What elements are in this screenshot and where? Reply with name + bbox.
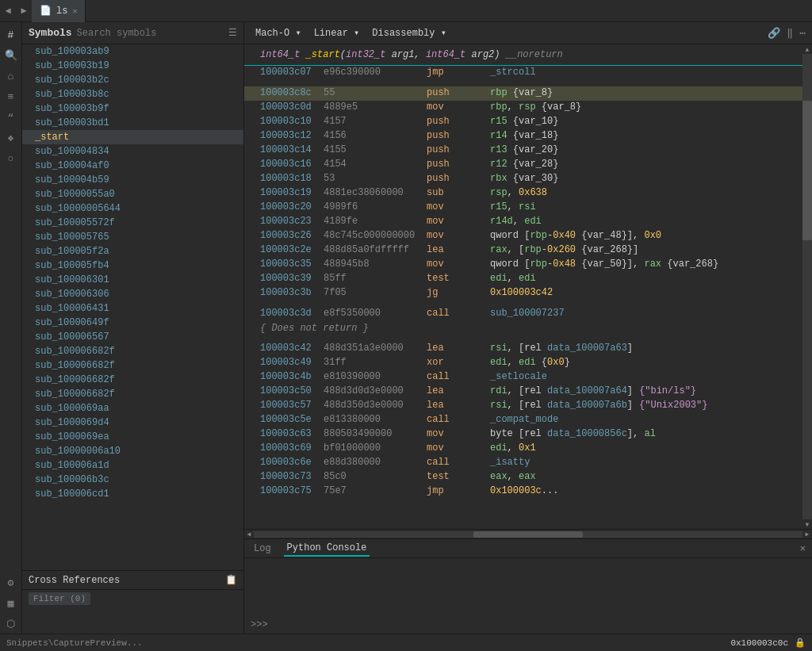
symbol-item[interactable]: sub_100006301 bbox=[22, 273, 243, 287]
symbol-item[interactable]: sub_1000069ea bbox=[22, 430, 243, 444]
asm-row[interactable]: 100003c6ee88d380000call_isatty bbox=[244, 456, 802, 470]
symbol-item[interactable]: sub_100006431 bbox=[22, 301, 243, 316]
symbol-item[interactable]: sub_100005765 bbox=[22, 230, 243, 244]
asm-row[interactable]: 100003c69bf01000000movedi, 0x1 bbox=[244, 442, 802, 456]
vertical-scrollbar[interactable]: ▲ ▼ bbox=[802, 44, 812, 529]
asm-bytes: 85ff bbox=[324, 273, 427, 285]
asm-row[interactable]: 100003c57488d350d3e0000learsi, [rel data… bbox=[244, 399, 802, 413]
asm-row[interactable]: 100003c7575e7jmp0x100003c... bbox=[244, 484, 802, 499]
sidebar-icon-nav[interactable]: ⌂ bbox=[2, 67, 21, 86]
symbol-item[interactable]: sub_100004834 bbox=[22, 144, 243, 159]
toolbar-macho-btn[interactable]: Mach-O ▾ bbox=[251, 25, 306, 40]
symbol-item[interactable]: sub_100006682f bbox=[22, 344, 243, 358]
toolbar-linear-btn[interactable]: Linear ▾ bbox=[309, 25, 365, 40]
asm-row[interactable]: 100003c8c55pushrbp {var_8} bbox=[244, 86, 802, 101]
asm-mnemonic: mov bbox=[427, 442, 490, 455]
asm-row[interactable]: 100003c204989f6movr15, rsi bbox=[244, 201, 802, 215]
scroll-thumb[interactable] bbox=[802, 101, 812, 240]
asm-row[interactable]: 100003c63880503490000movbyte [rel data_1… bbox=[244, 427, 802, 442]
symbol-item[interactable]: sub_100005572f bbox=[22, 216, 243, 230]
symbol-item[interactable]: sub_100004b59 bbox=[22, 173, 243, 187]
asm-row[interactable]: 100003c50488d3d0d3e0000leardi, [rel data… bbox=[244, 385, 802, 399]
horiz-scroll-thumb[interactable] bbox=[473, 531, 583, 538]
asm-row[interactable]: 100003c0d4889e5movrbp, rsp {var_8} bbox=[244, 101, 802, 115]
asm-row[interactable]: 100003c1853pushrbx {var_30} bbox=[244, 172, 802, 186]
asm-row[interactable]: 100003c42488d351a3e0000learsi, [rel data… bbox=[244, 342, 802, 356]
tab-nav-back[interactable]: ◀ bbox=[0, 0, 16, 22]
symbol-item[interactable]: sub_100003b9f bbox=[22, 101, 243, 116]
tab-nav-forward[interactable]: ▶ bbox=[16, 0, 32, 22]
toolbar-disassembly-btn[interactable]: Disassembly ▾ bbox=[367, 25, 451, 40]
symbol-item[interactable]: sub_10000005644 bbox=[22, 201, 243, 216]
symbol-item[interactable]: _start bbox=[22, 130, 243, 144]
asm-row[interactable]: 100003c7385c0testeax, eax bbox=[244, 470, 802, 484]
asm-row[interactable]: 100003c3de8f5350000callsub_100007237 bbox=[244, 307, 802, 321]
asm-row[interactable]: 100003c5ee813380000call_compat_mode bbox=[244, 413, 802, 427]
disasm-content[interactable]: int64_t _start(int32_t arg1, int64_t arg… bbox=[244, 44, 802, 529]
cross-ref-filter[interactable]: Filter (0) bbox=[29, 592, 90, 605]
scroll-left-btn[interactable]: ◀ bbox=[244, 530, 254, 539]
scroll-right-btn[interactable]: ▶ bbox=[802, 530, 812, 539]
symbol-item[interactable]: sub_10000055a0 bbox=[22, 187, 243, 201]
asm-row[interactable]: 100003c234189femovr14d, edi bbox=[244, 215, 802, 229]
symbol-item[interactable]: sub_100006cd1 bbox=[22, 487, 243, 501]
sidebar-icon-plugin[interactable]: ⬡ bbox=[2, 615, 21, 634]
asm-row[interactable]: 100003c4931ffxoredi, edi {0x0} bbox=[244, 356, 802, 370]
symbol-item[interactable]: sub_100006306 bbox=[22, 287, 243, 301]
symbol-item[interactable]: sub_100006682f bbox=[22, 358, 243, 373]
asm-row[interactable]: 100003c07e96c390000jmp_strcoll bbox=[244, 66, 802, 80]
horiz-scroll-track[interactable] bbox=[254, 531, 802, 538]
scroll-track[interactable] bbox=[802, 54, 812, 519]
symbol-item[interactable]: sub_100005fb4 bbox=[22, 258, 243, 273]
scroll-up-btn[interactable]: ▲ bbox=[802, 44, 812, 54]
symbol-item[interactable]: sub_1000069d4 bbox=[22, 415, 243, 430]
sidebar-icon-grid[interactable]: ▦ bbox=[2, 594, 21, 613]
symbol-item[interactable]: sub_100005f2a bbox=[22, 244, 243, 258]
symbol-item[interactable]: sub_10000006a10 bbox=[22, 444, 243, 458]
asm-row[interactable]: 100003c104157pushr15 {var_10} bbox=[244, 115, 802, 129]
symbol-item[interactable]: sub_100003bd1 bbox=[22, 116, 243, 130]
toolbar-link-icon[interactable]: 🔗 bbox=[768, 27, 780, 40]
symbol-item[interactable]: sub_100003b19 bbox=[22, 59, 243, 73]
sidebar-icon-graph[interactable]: ○ bbox=[2, 149, 21, 168]
symbol-item[interactable]: sub_10000649f bbox=[22, 316, 243, 330]
sidebar-icon-layers[interactable]: ≡ bbox=[2, 87, 21, 106]
symbol-item[interactable]: sub_100006b3c bbox=[22, 473, 243, 487]
asm-row[interactable]: 100003c3b7f05jg0x100003c42 bbox=[244, 286, 802, 301]
symbol-item[interactable]: sub_100003b8c bbox=[22, 87, 243, 101]
asm-row[interactable]: 100003c124156pushr14 {var_18} bbox=[244, 129, 802, 144]
scroll-down-btn[interactable]: ▼ bbox=[802, 519, 812, 529]
bottom-panel-close-btn[interactable]: ✕ bbox=[800, 542, 806, 554]
symbol-item[interactable]: sub_100003b2c bbox=[22, 73, 243, 87]
sidebar-icon-tag[interactable]: ❖ bbox=[2, 128, 21, 147]
symbol-item[interactable]: sub_100006682f bbox=[22, 387, 243, 401]
symbol-item[interactable]: sub_1000069aa bbox=[22, 401, 243, 415]
symbol-item[interactable]: sub_100006682f bbox=[22, 373, 243, 387]
sidebar-icon-settings[interactable]: ⚙ bbox=[2, 573, 21, 592]
asm-row[interactable]: 100003c35488945b8movqword [rbp-0x48 {var… bbox=[244, 258, 802, 272]
symbol-item[interactable]: sub_100006567 bbox=[22, 330, 243, 344]
cross-ref-export-icon[interactable]: 📋 bbox=[225, 574, 237, 586]
toolbar-more-icon[interactable]: ⋯ bbox=[799, 27, 806, 40]
symbols-search-input[interactable] bbox=[77, 28, 224, 39]
symbol-item[interactable]: sub_100004af0 bbox=[22, 159, 243, 173]
symbols-menu-btn[interactable]: ☰ bbox=[228, 27, 237, 39]
toolbar-columns-icon[interactable]: ‖ bbox=[787, 27, 793, 40]
sidebar-icon-hash[interactable]: # bbox=[2, 25, 21, 44]
asm-row[interactable]: 100003c4be810390000call_setlocale bbox=[244, 370, 802, 385]
tab-ls[interactable]: 📄 ls ✕ bbox=[32, 0, 86, 22]
symbol-item[interactable]: sub_100006a1d bbox=[22, 458, 243, 473]
sidebar-icon-search[interactable]: 🔍 bbox=[2, 46, 21, 65]
asm-row[interactable]: 100003c144155pushr13 {var_20} bbox=[244, 144, 802, 158]
tab-log[interactable]: Log bbox=[251, 542, 274, 556]
asm-row[interactable]: 100003c194881ec38060000subrsp, 0x638 bbox=[244, 186, 802, 201]
horizontal-scrollbar[interactable]: ◀ ▶ bbox=[244, 529, 812, 538]
asm-row[interactable]: 100003c3985fftestedi, edi bbox=[244, 272, 802, 286]
asm-row[interactable]: 100003c2e488d85a0fdffffflearax, [rbp-0x2… bbox=[244, 243, 802, 258]
asm-row[interactable]: 100003c164154pushr12 {var_28} bbox=[244, 158, 802, 172]
symbol-item[interactable]: sub_100003ab9 bbox=[22, 44, 243, 59]
tab-close-btn[interactable]: ✕ bbox=[72, 6, 77, 16]
sidebar-icon-quotes[interactable]: “ bbox=[2, 108, 21, 127]
tab-python-console[interactable]: Python Console bbox=[284, 541, 370, 557]
asm-row[interactable]: 100003c2648c745c000000000movqword [rbp-0… bbox=[244, 229, 802, 243]
